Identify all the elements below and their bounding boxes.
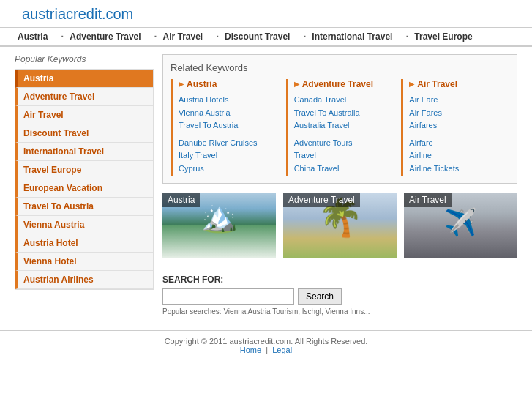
keyword-link[interactable]: Air Fare xyxy=(409,94,509,107)
search-button[interactable]: Search xyxy=(298,288,342,305)
nav-item-travel-europe[interactable]: Travel Europe xyxy=(405,31,472,42)
sidebar-item-travel-europe[interactable]: Travel Europe xyxy=(18,161,153,179)
sidebar-item-vienna-hotel[interactable]: Vienna Hotel xyxy=(18,253,153,270)
card-label: Austria xyxy=(162,193,200,207)
footer-links: Home | Legal xyxy=(6,346,526,354)
nav-item-discount-travel[interactable]: Discount Travel xyxy=(216,31,290,42)
sidebar-item-austria[interactable]: Austria xyxy=(18,70,153,87)
keyword-col-austria: AustriaAustria HotelsVienna AustriaTrave… xyxy=(171,79,279,176)
keyword-link[interactable]: Travel To Austria xyxy=(179,119,279,133)
sidebar-item-austria-hotel[interactable]: Austria Hotel xyxy=(18,234,153,252)
keyword-columns: AustriaAustria HotelsVienna AustriaTrave… xyxy=(171,79,509,176)
sidebar-item-discount-travel[interactable]: Discount Travel xyxy=(18,124,153,142)
related-section: Related Keywords AustriaAustria HotelsVi… xyxy=(162,54,517,184)
keyword-link[interactable]: Italy Travel xyxy=(179,149,279,163)
right-panel: Related Keywords AustriaAustria HotelsVi… xyxy=(162,54,517,318)
keyword-link[interactable]: Danube River Cruises xyxy=(179,137,279,150)
site-title[interactable]: austriacredit.com xyxy=(22,6,133,22)
footer-legal-link[interactable]: Legal xyxy=(272,346,292,354)
keyword-link[interactable]: Canada Travel xyxy=(294,94,394,107)
sidebar-heading: Popular Keywords xyxy=(15,54,154,64)
nav-item-air-travel[interactable]: Air Travel xyxy=(154,31,203,42)
sidebar: Popular Keywords AustriaAdventure Travel… xyxy=(15,54,154,318)
keyword-link[interactable]: Airline Tickets xyxy=(409,163,509,176)
site-header: austriacredit.com xyxy=(0,0,532,28)
keyword-link[interactable]: Airfares xyxy=(409,119,509,133)
main-content: Popular Keywords AustriaAdventure Travel… xyxy=(0,47,532,326)
related-heading: Related Keywords xyxy=(171,62,509,73)
sidebar-item-adventure-travel[interactable]: Adventure Travel xyxy=(18,88,153,105)
search-label: SEARCH FOR: xyxy=(162,275,517,285)
search-input[interactable] xyxy=(162,288,294,305)
keyword-col-air-travel: Air TravelAir FareAir FaresAirfaresAirfa… xyxy=(401,79,509,176)
card-label: Adventure Travel xyxy=(283,193,360,207)
sidebar-item-air-travel[interactable]: Air Travel xyxy=(18,106,153,124)
keyword-link[interactable]: Adventure Tours xyxy=(294,137,394,150)
search-row: Search xyxy=(162,288,517,305)
keyword-col-title: Austria xyxy=(179,79,279,89)
image-card-adventure[interactable]: Adventure Travel xyxy=(283,193,397,258)
keyword-link[interactable]: Air Fares xyxy=(409,107,509,120)
card-label: Air Travel xyxy=(404,193,452,207)
footer-home-link[interactable]: Home xyxy=(240,346,261,354)
footer-copyright: Copyright © 2011 austriacredit.com. All … xyxy=(6,337,526,346)
nav-bar: AustriaAdventure TravelAir TravelDiscoun… xyxy=(0,28,532,47)
image-card-austria[interactable]: Austria xyxy=(162,193,276,258)
sidebar-list: AustriaAdventure TravelAir TravelDiscoun… xyxy=(15,69,154,290)
footer: Copyright © 2011 austriacredit.com. All … xyxy=(0,330,532,360)
keyword-link[interactable]: Travel xyxy=(294,149,394,163)
sidebar-item-vienna-austria[interactable]: Vienna Austria xyxy=(18,216,153,234)
keyword-link[interactable]: Travel To Australia xyxy=(294,107,394,120)
sidebar-item-austrian-airlines[interactable]: Austrian Airlines xyxy=(18,271,153,288)
keyword-link[interactable]: Airfare xyxy=(409,137,509,150)
sidebar-item-international-travel[interactable]: International Travel xyxy=(18,143,153,160)
keyword-link[interactable]: Airline xyxy=(409,149,509,163)
keyword-link[interactable]: Australia Travel xyxy=(294,119,394,133)
sidebar-item-european-vacation[interactable]: European Vacation xyxy=(18,179,153,197)
sidebar-item-travel-to-austria[interactable]: Travel To Austria xyxy=(18,198,153,215)
keyword-link[interactable]: China Travel xyxy=(294,163,394,176)
image-cards: AustriaAdventure TravelAir Travel xyxy=(162,193,517,258)
nav-item-adventure-travel[interactable]: Adventure Travel xyxy=(61,31,141,42)
nav-item-international-travel[interactable]: International Travel xyxy=(303,31,392,42)
nav-item-austria[interactable]: Austria xyxy=(15,31,48,42)
keyword-col-title: Air Travel xyxy=(409,79,509,89)
keyword-link[interactable]: Cyprus xyxy=(179,163,279,176)
keyword-link[interactable]: Vienna Austria xyxy=(179,107,279,120)
popular-searches: Popular searches: Vienna Austria Tourism… xyxy=(162,307,517,316)
keyword-link[interactable]: Austria Hotels xyxy=(179,94,279,107)
keyword-col-adventure-travel: Adventure TravelCanada TravelTravel To A… xyxy=(286,79,394,176)
search-section: SEARCH FOR: Search Popular searches: Vie… xyxy=(162,269,517,318)
image-card-airtravel[interactable]: Air Travel xyxy=(404,193,517,258)
keyword-col-title: Adventure Travel xyxy=(294,79,394,89)
